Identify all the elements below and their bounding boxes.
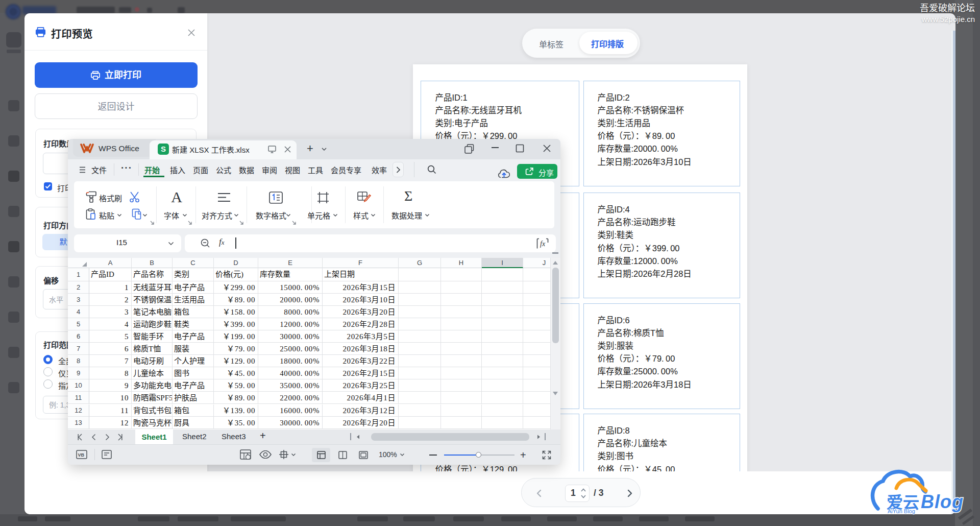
svg-text:Blog: Blog xyxy=(921,491,964,512)
svg-text:AiYun Blog: AiYun Blog xyxy=(888,508,915,514)
svg-text:VB: VB xyxy=(78,452,85,458)
svg-text:fx: fx xyxy=(540,240,546,248)
